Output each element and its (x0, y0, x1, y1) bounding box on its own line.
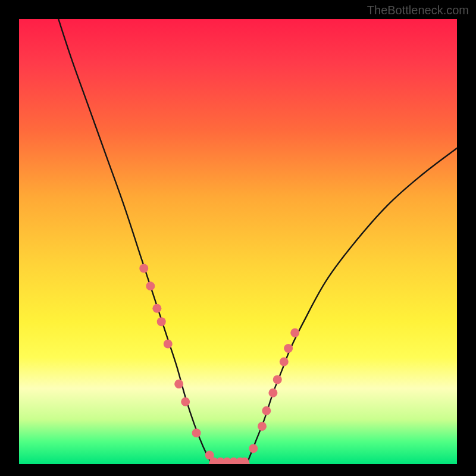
data-dot (139, 264, 148, 273)
data-dot (192, 428, 201, 437)
data-dot (262, 406, 271, 415)
series-right-curve (247, 148, 457, 464)
data-dot (249, 444, 258, 453)
data-dot (290, 328, 299, 337)
chart-svg (19, 19, 457, 464)
data-dot (146, 281, 155, 290)
chart-container: TheBottleneck.com (0, 0, 476, 476)
watermark-text: TheBottleneck.com (367, 4, 469, 17)
data-dot (164, 340, 173, 349)
data-dot (258, 422, 267, 431)
data-dot (284, 344, 293, 353)
data-dot (280, 357, 289, 366)
data-dot (174, 380, 183, 389)
data-dot (268, 389, 277, 397)
plot-area (19, 19, 457, 464)
series-left-curve (58, 19, 212, 464)
data-dot (152, 304, 161, 313)
data-dot (157, 317, 166, 326)
data-dot (181, 397, 190, 406)
data-dot (273, 375, 282, 384)
